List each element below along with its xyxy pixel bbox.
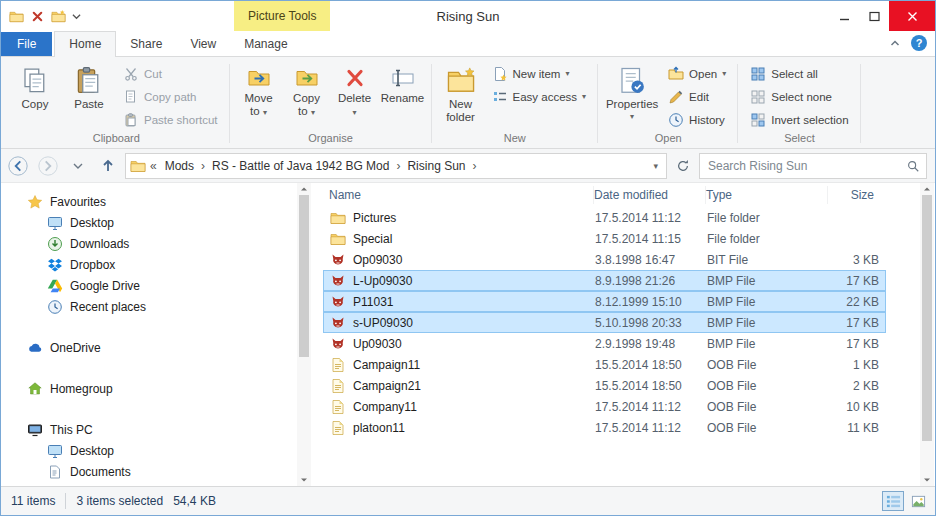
file-type: BMP File: [707, 337, 829, 351]
sidebar-scrollbar[interactable]: [297, 183, 311, 486]
help-icon[interactable]: ?: [911, 35, 927, 51]
sidebar-item-desktop[interactable]: Desktop: [1, 212, 311, 233]
thumbnails-view-button[interactable]: [907, 491, 929, 511]
breadcrumb-separator[interactable]: ›: [198, 156, 208, 176]
scroll-down-icon[interactable]: [923, 476, 931, 484]
sidebar-item-onedrive[interactable]: OneDrive: [1, 337, 311, 358]
column-header-type[interactable]: Type: [706, 186, 828, 204]
properties-button[interactable]: Properties ▾: [604, 62, 660, 125]
scroll-up-icon[interactable]: [300, 185, 308, 193]
copy-to-button[interactable]: Copy to ▾: [284, 62, 330, 122]
invert-selection-button[interactable]: Invert selection: [744, 110, 854, 130]
scroll-down-icon[interactable]: [300, 476, 308, 484]
details-view-button[interactable]: [882, 491, 904, 511]
delete-icon[interactable]: [30, 9, 45, 24]
breadcrumb-item[interactable]: Mods: [161, 156, 198, 176]
copy-button[interactable]: Copy: [9, 62, 61, 115]
sidebar-item-dropbox[interactable]: Dropbox: [1, 254, 311, 275]
paste-button[interactable]: Paste: [63, 62, 115, 115]
ribbon-group-select: Select all Select none Invert selection …: [738, 59, 860, 148]
file-name: Pictures: [353, 211, 595, 225]
file-row-up09030[interactable]: Up090302.9.1998 19:48BMP File17 KB: [323, 333, 886, 354]
file-row-platoon11[interactable]: platoon1117.5.2014 11:12OOB File11 KB: [323, 417, 886, 438]
sidebar-item-google-drive[interactable]: Google Drive: [1, 275, 311, 296]
minimize-ribbon-icon[interactable]: [889, 37, 901, 49]
address-bar[interactable]: « Mods›RS - Battle of Java 1942 BG Mod›R…: [125, 153, 667, 179]
file-list-pane: Name Date modified Type Size Pictures17.…: [311, 183, 935, 486]
breadcrumb-crumbs: Mods›RS - Battle of Java 1942 BG Mod›Ris…: [161, 156, 480, 176]
ribbon-group-organise: Move to ▾ Copy to ▾ Delete ▾ Rename Orga…: [230, 59, 432, 148]
edit-button[interactable]: Edit: [662, 87, 732, 107]
file-row-campaign11[interactable]: Campaign1115.5.2014 18:50OOB File1 KB: [323, 354, 886, 375]
file-list-scrollbar[interactable]: [920, 183, 934, 486]
tab-share[interactable]: Share: [116, 32, 176, 56]
column-header-name[interactable]: Name: [329, 186, 594, 204]
sidebar-item-documents[interactable]: Documents: [1, 461, 311, 482]
copy-path-button[interactable]: Copy path: [117, 87, 224, 107]
file-row-special[interactable]: Special17.5.2014 11:15File folder: [323, 228, 886, 249]
cut-button[interactable]: Cut: [117, 64, 224, 84]
file-row-l-up09030[interactable]: L-Up090308.9.1998 21:26BMP File17 KB: [323, 270, 886, 291]
sidebar-item-homegroup[interactable]: Homegroup: [1, 378, 311, 399]
sidebar-item-desktop[interactable]: Desktop: [1, 440, 311, 461]
breadcrumb-overflow[interactable]: «: [148, 156, 159, 176]
maximize-button[interactable]: [859, 1, 889, 31]
minimize-button[interactable]: [829, 1, 859, 31]
select-all-button[interactable]: Select all: [744, 64, 854, 84]
dropdown-arrow: ▾: [582, 93, 586, 101]
select-none-button[interactable]: Select none: [744, 87, 854, 107]
customize-quick-access-chevron-icon[interactable]: [72, 12, 81, 21]
move-to-button[interactable]: Move to ▾: [236, 62, 282, 122]
forward-button[interactable]: [35, 153, 61, 179]
sidebar-item-recent-places[interactable]: Recent places: [1, 296, 311, 317]
new-folder-icon[interactable]: [51, 9, 66, 24]
sidebar-item-downloads[interactable]: Downloads: [1, 233, 311, 254]
easy-access-button[interactable]: Easy access ▾: [486, 87, 593, 107]
folder-icon[interactable]: [9, 9, 24, 24]
sidebar-item-this-pc[interactable]: This PC: [1, 419, 311, 440]
file-row-company11[interactable]: Company1117.5.2014 11:12OOB File10 KB: [323, 396, 886, 417]
search-input[interactable]: [706, 158, 906, 174]
up-button[interactable]: [95, 153, 121, 179]
file-name: Op09030: [353, 253, 595, 267]
breadcrumb-item[interactable]: Rising Sun: [403, 156, 469, 176]
navigation-bar: « Mods›RS - Battle of Java 1942 BG Mod›R…: [1, 149, 935, 183]
column-header-size[interactable]: Size: [828, 186, 878, 204]
paste-shortcut-button[interactable]: Paste shortcut: [117, 110, 224, 130]
file-date: 3.8.1998 16:47: [595, 253, 707, 267]
tab-file[interactable]: File: [1, 32, 52, 56]
file-size: 10 KB: [829, 400, 879, 414]
close-button[interactable]: [889, 1, 935, 31]
status-divider: [65, 493, 66, 509]
file-row-pictures[interactable]: Pictures17.5.2014 11:12File folder: [323, 207, 886, 228]
search-icon[interactable]: [906, 159, 920, 173]
column-header-date-modified[interactable]: Date modified: [594, 186, 706, 204]
tab-home[interactable]: Home: [54, 31, 116, 57]
recent-locations-chevron-icon[interactable]: [65, 153, 91, 179]
scroll-up-icon[interactable]: [923, 185, 931, 193]
oob-icon: [330, 378, 346, 394]
delete-button[interactable]: Delete ▾: [332, 62, 378, 122]
rename-button[interactable]: Rename: [380, 62, 426, 109]
breadcrumb-item[interactable]: RS - Battle of Java 1942 BG Mod: [208, 156, 393, 176]
new-item-button[interactable]: New item ▾: [486, 64, 593, 84]
new-folder-button[interactable]: New folder: [438, 62, 484, 128]
onedrive-icon: [27, 340, 43, 356]
refresh-button[interactable]: [671, 153, 695, 179]
tab-manage[interactable]: Manage: [230, 32, 301, 56]
file-row-campaign21[interactable]: Campaign2115.5.2014 18:50OOB File2 KB: [323, 375, 886, 396]
back-button[interactable]: [5, 153, 31, 179]
breadcrumb-separator[interactable]: ›: [393, 156, 403, 176]
history-button[interactable]: History: [662, 110, 732, 130]
file-row-op09030[interactable]: Op090303.8.1998 16:47BIT File3 KB: [323, 249, 886, 270]
tab-view[interactable]: View: [176, 32, 230, 56]
file-type: OOB File: [707, 358, 829, 372]
file-row-s-up09030[interactable]: s-UP090305.10.1998 20:33BMP File17 KB: [323, 312, 886, 333]
breadcrumb-separator[interactable]: ›: [469, 156, 479, 176]
sidebar-item-favourites[interactable]: Favourites: [1, 191, 311, 212]
address-dropdown-chevron-icon[interactable]: ▾: [649, 161, 662, 171]
file-row-p11031[interactable]: P110318.12.1999 15:10BMP File22 KB: [323, 291, 886, 312]
open-button[interactable]: Open ▾: [662, 64, 732, 84]
file-name: Campaign21: [353, 379, 595, 393]
picture-tools-context-tab[interactable]: Picture Tools: [234, 1, 330, 31]
